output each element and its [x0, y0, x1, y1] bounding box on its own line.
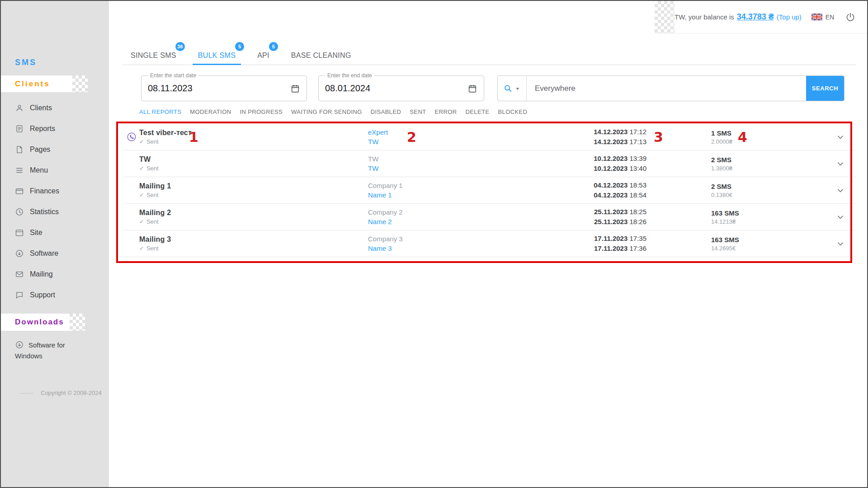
status-tab-delete[interactable]: DELETE [466, 108, 490, 115]
report-status-line: ✓ Sent [139, 218, 368, 225]
report-title: Mailing 1 [139, 182, 368, 190]
language-selector[interactable]: EN [811, 14, 834, 21]
sidebar-item-statistics[interactable]: Statistics [1, 202, 109, 222]
report-end-date: 17.11.2023 [594, 244, 627, 252]
report-sms-count: 163 SMS [711, 236, 779, 244]
tab-label: SINGLE SMS [131, 52, 176, 60]
report-sms-cell: 2 SMS 0.1380€ [711, 183, 779, 198]
start-date-label: Enter the start date [148, 72, 198, 79]
search-input[interactable] [527, 76, 806, 101]
sidebar-item-label: Site [30, 229, 42, 237]
status-tab-in-progress[interactable]: IN PROGRESS [240, 108, 283, 115]
sidebar-item-menu[interactable]: Menu [1, 160, 109, 181]
sidebar-item-software[interactable]: Software [1, 243, 109, 264]
report-status-line: ✓ Sent [139, 138, 368, 145]
sidebar-item-support[interactable]: Support [1, 285, 109, 305]
expand-chevron-icon[interactable] [835, 211, 846, 223]
report-row[interactable]: TW ✓ Sent TW TW 10.12.2023 13:39 10.12.2… [123, 150, 856, 177]
support-chat-icon [15, 291, 24, 300]
report-sender-cell: Company 3 Name 3 [368, 235, 558, 252]
reports-icon [15, 124, 24, 133]
report-sender-name: Company 2 [368, 208, 558, 216]
report-start-time: 17:35 [629, 235, 646, 242]
sidebar-section-downloads[interactable]: Downloads [1, 314, 70, 331]
search-scope-dropdown[interactable] [498, 76, 527, 101]
sidebar-item-site[interactable]: Site [1, 222, 109, 243]
report-sender-name: Company 3 [368, 235, 558, 243]
report-sms-cell: 2 SMS 1.3800₴ [711, 156, 779, 172]
status-tab-sent[interactable]: SENT [410, 108, 426, 115]
tab-api[interactable]: API 5 [256, 46, 270, 65]
end-date-value: 08.01.2024 [325, 83, 370, 94]
sidebar-item-label: Statistics [30, 208, 59, 216]
tab-single-sms[interactable]: SINGLE SMS 36 [130, 46, 177, 65]
report-dates-cell: 14.12.2023 17:12 14.12.2023 17:13 [558, 127, 646, 147]
report-title: TW [139, 155, 368, 164]
status-tab-all-reports[interactable]: ALL REPORTS [139, 108, 181, 115]
main-content: TW, your balance is 34.3783 ₴ (Top up) E… [109, 1, 867, 487]
mailing-envelope-icon [15, 270, 24, 279]
sidebar-item-label: Support [30, 291, 55, 299]
start-date-field[interactable]: Enter the start date 08.11.2023 [141, 75, 307, 101]
report-sender-cell: TW TW [368, 155, 558, 172]
sidebar-item-pages[interactable]: Pages [1, 139, 109, 160]
sidebar-item-label: Menu [30, 166, 48, 174]
report-sender-name[interactable]: eXpert [368, 128, 558, 136]
report-sender-link[interactable]: Name 2 [368, 218, 558, 225]
report-row[interactable]: Test viber-тест ✓ Sent eXpert TW 14.12.2… [123, 124, 856, 150]
report-status: Sent [146, 138, 159, 145]
report-status: Sent [146, 245, 159, 252]
report-sender-link[interactable]: Name 1 [368, 191, 558, 199]
report-sender-link[interactable]: Name 3 [368, 244, 558, 252]
status-tab-disabled[interactable]: DISABLED [371, 108, 401, 115]
report-cost: 14.1213₴ [711, 218, 779, 225]
report-row[interactable]: Mailing 2 ✓ Sent Company 2 Name 2 25.11.… [123, 204, 856, 230]
sidebar-item-reports[interactable]: Reports [1, 118, 109, 139]
menu-icon [15, 166, 24, 175]
tab-badge: 36 [175, 42, 185, 51]
sidebar-nav: Clients Reports Pages Menu [1, 98, 109, 305]
expand-chevron-icon[interactable] [835, 158, 846, 169]
report-sms-cell: 163 SMS 14.1213₴ [711, 209, 779, 225]
report-start-date: 04.12.2023 [594, 181, 627, 189]
calendar-icon[interactable] [467, 84, 477, 94]
report-status-line: ✓ Sent [139, 192, 368, 198]
report-start-time: 13:39 [629, 155, 646, 162]
sidebar-item-clients[interactable]: Clients [1, 98, 109, 118]
download-icon [15, 340, 24, 349]
status-tab-moderation[interactable]: MODERATION [190, 108, 231, 115]
report-row[interactable]: Mailing 3 ✓ Sent Company 3 Name 3 17.11.… [123, 230, 856, 257]
expand-chevron-icon[interactable] [835, 238, 846, 249]
report-end-time: 18:54 [629, 191, 646, 199]
sidebar-section-clients[interactable]: Clients [1, 75, 72, 92]
report-title-cell: TW ✓ Sent [139, 155, 368, 172]
balance-amount-link[interactable]: 34.3783 ₴ [737, 12, 774, 22]
search-button[interactable]: SEARCH [806, 76, 844, 101]
sidebar-item-finances[interactable]: Finances [1, 181, 109, 202]
report-sender-link[interactable]: TW [368, 138, 558, 145]
report-start-date: 17.11.2023 [594, 235, 627, 242]
tab-base-cleaning[interactable]: BASE CLEANING [290, 46, 352, 65]
expand-chevron-icon[interactable] [835, 184, 846, 196]
report-row[interactable]: Mailing 1 ✓ Sent Company 1 Name 1 04.12.… [123, 177, 856, 204]
report-end-time: 17:36 [629, 244, 646, 252]
report-dates-cell: 04.12.2023 18:53 04.12.2023 18:54 [558, 180, 646, 201]
copyright: Copyright © 2008-2024 [41, 389, 102, 396]
sidebar-item-label: Mailing [30, 270, 53, 278]
status-tab-error[interactable]: ERROR [435, 108, 457, 115]
tab-badge: 5 [235, 42, 244, 51]
topup-link[interactable]: (Top up) [777, 13, 802, 21]
sidebar-item-software-for-windows[interactable]: Software for Windows [15, 340, 85, 361]
logout-power-icon[interactable] [845, 12, 856, 23]
status-tab-blocked[interactable]: BLOCKED [498, 108, 528, 115]
sidebar-section-sms[interactable]: SMS [15, 58, 37, 67]
chevron-down-icon [514, 85, 521, 92]
end-date-field[interactable]: Enter the end date 08.01.2024 [318, 75, 484, 101]
status-tab-waiting-for-sending[interactable]: WAITING FOR SENDING [291, 108, 362, 115]
sidebar-item-mailing[interactable]: Mailing [1, 264, 109, 285]
report-sender-link[interactable]: TW [368, 164, 558, 172]
sidebar-item-label: Pages [30, 145, 50, 154]
calendar-icon[interactable] [290, 84, 300, 94]
expand-chevron-icon[interactable] [835, 131, 846, 143]
tab-bulk-sms[interactable]: BULK SMS 5 [197, 46, 236, 65]
